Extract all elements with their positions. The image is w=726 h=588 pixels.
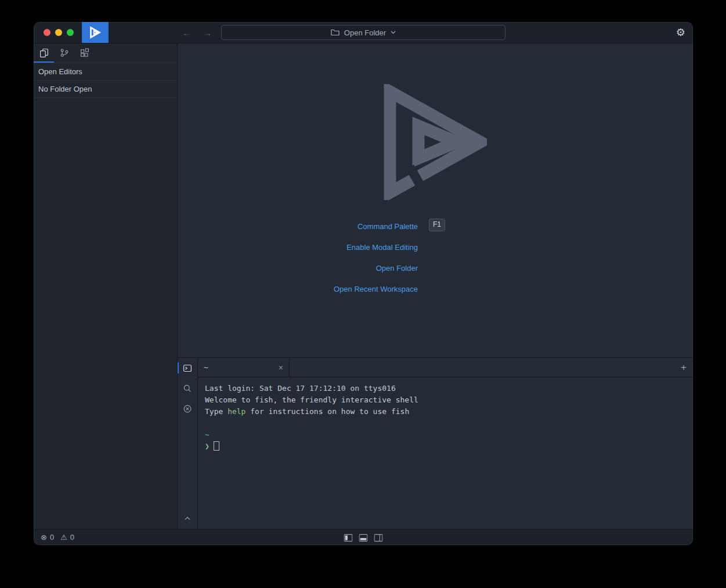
help-keyword: help — [227, 407, 245, 416]
open-folder-dropdown[interactable]: Open Folder — [221, 25, 505, 40]
error-icon: ⊗ — [41, 533, 47, 542]
no-folder-section[interactable]: No Folder Open — [34, 81, 177, 98]
terminal-output[interactable]: Last login: Sat Dec 17 17:12:10 on ttys0… — [198, 378, 693, 529]
extensions-icon — [80, 48, 89, 57]
folder-icon — [331, 29, 339, 36]
prompt-chevron: ❯ — [205, 442, 210, 451]
terminal-tab-title: ~ — [204, 363, 208, 372]
command-palette-link[interactable]: Command Palette — [357, 222, 418, 231]
open-recent-workspace-link[interactable]: Open Recent Workspace — [334, 285, 418, 293]
back-arrow-button[interactable]: ← — [182, 28, 191, 38]
terminal-tab[interactable]: ~ × — [198, 358, 290, 377]
sidebar: Open Editors No Folder Open — [34, 43, 178, 529]
lapce-logo-icon — [89, 26, 101, 39]
warning-count: 0 — [70, 533, 74, 542]
files-icon — [39, 48, 49, 57]
titlebar[interactable]: ← → Open Folder ⚙ — [34, 22, 693, 43]
welcome-link-row: Open Folder — [376, 262, 418, 275]
terminal-panel-button[interactable] — [178, 358, 197, 378]
no-folder-label: No Folder Open — [38, 85, 92, 93]
sidebar-tab-source-control[interactable] — [54, 43, 74, 63]
bottom-panel: ~ × + Last login: Sat Dec 17 17:12:10 on… — [178, 357, 693, 529]
close-traffic-button[interactable] — [44, 29, 50, 36]
open-folder-dropdown-label: Open Folder — [344, 28, 386, 37]
cwd-text: ~ — [205, 430, 210, 439]
diagnostics-summary[interactable]: ⊗ 0 ⚠ 0 — [41, 533, 78, 542]
panel-collapse-button[interactable] — [178, 510, 197, 527]
history-nav: ← → — [182, 22, 212, 43]
layout-toggles — [344, 529, 383, 545]
welcome-link-row: Open Recent Workspace — [334, 282, 418, 296]
sidebar-tabbar — [34, 43, 177, 63]
welcome-link-row: Enable Modal Editing — [346, 241, 418, 254]
terminal-line: Welcome to fish, the friendly interactiv… — [205, 394, 686, 406]
minimize-traffic-button[interactable] — [55, 29, 62, 36]
problems-icon — [183, 404, 192, 413]
toggle-right-panel-button[interactable] — [374, 534, 383, 542]
open-folder-link[interactable]: Open Folder — [376, 264, 418, 273]
sidebar-tab-extensions[interactable] — [74, 43, 95, 63]
plus-icon: + — [681, 362, 687, 373]
terminal-blank-line — [205, 418, 686, 429]
gear-icon: ⚙ — [676, 26, 685, 39]
zoom-traffic-button[interactable] — [67, 29, 74, 36]
search-icon — [183, 384, 192, 393]
toggle-bottom-panel-button[interactable] — [359, 534, 368, 542]
source-control-icon — [60, 48, 69, 57]
settings-gear-button[interactable]: ⚙ — [676, 22, 685, 43]
terminal-area: ~ × + Last login: Sat Dec 17 17:12:10 on… — [198, 358, 693, 529]
terminal-line: Type help for instructions on how to use… — [205, 406, 686, 418]
welcome-view: Command Palette F1 Enable Modal Editing … — [178, 43, 693, 357]
terminal-cursor — [214, 441, 219, 451]
terminal-line: Last login: Sat Dec 17 17:12:10 on ttys0… — [205, 383, 686, 394]
forward-arrow-button[interactable]: → — [203, 28, 212, 38]
new-terminal-button[interactable]: + — [681, 358, 687, 378]
main-area: Command Palette F1 Enable Modal Editing … — [178, 43, 693, 529]
traffic-lights — [44, 29, 74, 36]
lapce-logo-button[interactable] — [82, 22, 109, 43]
panel-icon-strip — [178, 358, 198, 529]
close-icon[interactable]: × — [279, 363, 283, 372]
search-panel-button[interactable] — [178, 378, 197, 398]
terminal-tabbar: ~ × + — [198, 358, 693, 378]
window-body: Open Editors No Folder Open — [34, 43, 693, 529]
statusbar: ⊗ 0 ⚠ 0 — [34, 529, 693, 545]
problems-panel-button[interactable] — [178, 398, 197, 419]
lapce-window: ← → Open Folder ⚙ — [34, 22, 693, 545]
toggle-left-panel-button[interactable] — [344, 534, 353, 542]
error-count: 0 — [50, 533, 54, 542]
f1-shortcut-badge: F1 — [429, 219, 445, 231]
chevron-down-icon — [391, 31, 396, 34]
open-editors-section[interactable]: Open Editors — [34, 63, 177, 81]
terminal-prompt-line: ❯ — [205, 441, 686, 452]
terminal-icon — [183, 364, 192, 373]
lapce-logo-watermark — [384, 84, 487, 200]
enable-modal-editing-link[interactable]: Enable Modal Editing — [346, 243, 418, 252]
open-editors-label: Open Editors — [38, 67, 82, 76]
sidebar-tab-files[interactable] — [34, 43, 54, 63]
chevron-up-icon — [184, 516, 191, 521]
welcome-link-row: Command Palette F1 — [357, 220, 418, 233]
terminal-cwd-line: ~ — [205, 429, 686, 441]
welcome-links: Command Palette F1 Enable Modal Editing … — [178, 220, 418, 296]
warning-icon: ⚠ — [60, 533, 67, 542]
